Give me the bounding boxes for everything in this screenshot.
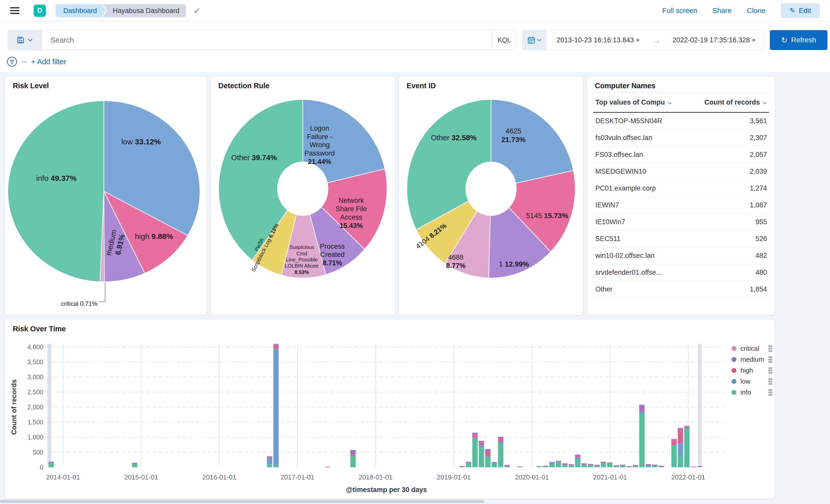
bar-segment-info[interactable] — [274, 466, 279, 467]
bar-segment-medium[interactable] — [601, 462, 606, 463]
bar-segment-low[interactable] — [646, 465, 651, 466]
clone-button[interactable]: Clone — [747, 7, 765, 15]
bar-segment-info[interactable] — [588, 465, 593, 467]
bar-segment-info[interactable] — [569, 465, 574, 467]
bar-segment-medium[interactable] — [581, 464, 587, 464]
bar-segment-medium[interactable] — [633, 465, 638, 466]
legend-item-info[interactable]: info — [732, 387, 772, 398]
legend-item-medium[interactable]: medium — [732, 354, 772, 365]
column-header-count[interactable]: Count of records — [690, 93, 769, 113]
pie-slice-info[interactable] — [8, 101, 104, 282]
bar-segment-info[interactable] — [491, 464, 497, 467]
saved-query-menu-button[interactable] — [8, 30, 42, 50]
bar-segment-info[interactable] — [614, 467, 619, 467]
table-row[interactable]: SEC511526 — [593, 230, 769, 247]
bar-segment-info[interactable] — [350, 456, 356, 467]
bar-segment-medium[interactable] — [556, 461, 561, 462]
bar-segment-medium[interactable] — [505, 465, 510, 466]
date-quick-menu-button[interactable] — [523, 30, 546, 50]
drag-handle-icon[interactable] — [769, 378, 772, 385]
bar-segment-medium[interactable] — [569, 464, 574, 465]
breadcrumb-dashboard[interactable]: Dashboard — [56, 4, 101, 17]
bar-segment-medium[interactable] — [588, 464, 593, 465]
bar-segment-info[interactable] — [639, 413, 644, 467]
bar-segment-high[interactable] — [575, 456, 580, 457]
bar-segment-medium[interactable] — [267, 456, 272, 457]
full-screen-button[interactable]: Full screen — [662, 7, 697, 15]
bar-segment-medium[interactable] — [350, 450, 356, 453]
bar-segment-medium[interactable] — [479, 441, 484, 443]
bar-segment-low[interactable] — [479, 445, 484, 448]
bar-segment-critical[interactable] — [49, 462, 54, 462]
bar-segment-critical[interactable] — [684, 426, 690, 427]
bar-segment-medium[interactable] — [472, 433, 478, 435]
bar-segment-medium[interactable] — [498, 437, 503, 439]
table-row[interactable]: IE10Win7955 — [593, 214, 769, 230]
share-button[interactable]: Share — [712, 7, 732, 15]
drag-handle-icon[interactable] — [769, 356, 772, 363]
bar-segment-low[interactable] — [678, 443, 683, 456]
bar-segment-low[interactable] — [601, 463, 606, 464]
bar-segment-info[interactable] — [620, 466, 626, 467]
drag-handle-icon[interactable] — [769, 367, 772, 374]
bar-segment-low[interactable] — [639, 411, 644, 413]
table-row[interactable]: DESKTOP-M5SN04R3,561 — [593, 113, 769, 130]
bar-segment-high[interactable] — [684, 428, 690, 428]
bar-segment-info[interactable] — [479, 448, 484, 468]
bar-segment-high[interactable] — [517, 467, 523, 467]
bar-segment-medium[interactable] — [49, 462, 54, 464]
bar-segment-info[interactable] — [581, 465, 587, 467]
drag-handle-icon[interactable] — [769, 345, 772, 352]
bar-segment-info[interactable] — [267, 465, 272, 467]
bar-segment-medium[interactable] — [620, 465, 626, 466]
bar-segment-info[interactable] — [472, 438, 478, 467]
bar-segment-medium[interactable] — [684, 426, 690, 428]
bar-segment-critical[interactable] — [678, 428, 683, 429]
table-row[interactable]: srvdefender01.offse...480 — [593, 264, 769, 281]
bar-segment-high[interactable] — [678, 430, 683, 443]
bar-segment-medium[interactable] — [543, 466, 548, 467]
bar-segment-info[interactable] — [633, 466, 638, 467]
bar-segment-medium[interactable] — [485, 449, 490, 451]
bar-segment-critical[interactable] — [132, 463, 137, 464]
bar-segment-critical[interactable] — [691, 467, 696, 467]
table-row[interactable]: MSEDGEWIN102,039 — [593, 163, 769, 180]
bar-segment-medium[interactable] — [594, 465, 600, 466]
bar-segment-medium[interactable] — [646, 464, 651, 465]
space-avatar[interactable]: D — [34, 5, 46, 17]
bar-segment-low[interactable] — [274, 349, 279, 466]
bar-segment-medium[interactable] — [575, 454, 580, 456]
bar-segment-medium[interactable] — [678, 428, 683, 430]
bar-segment-high[interactable] — [274, 345, 279, 349]
bar-segment-high[interactable] — [697, 466, 702, 467]
search-input[interactable] — [42, 36, 492, 44]
bar-segment-medium[interactable] — [639, 405, 644, 409]
bar-segment-medium[interactable] — [466, 462, 471, 463]
add-filter-button[interactable]: + Add filter — [31, 58, 66, 66]
bar-segment-info[interactable] — [646, 466, 651, 467]
bar-segment-info[interactable] — [498, 444, 503, 467]
drag-handle-icon[interactable] — [769, 389, 772, 396]
bar-segment-low[interactable] — [549, 463, 555, 465]
kql-language-button[interactable]: KQL — [492, 30, 516, 50]
table-row[interactable]: IEWIN71,087 — [593, 197, 769, 214]
bar-segment-medium[interactable] — [671, 439, 677, 440]
bar-segment-info[interactable] — [556, 462, 561, 467]
bar-segment-medium[interactable] — [274, 344, 279, 345]
bar-segment-info[interactable] — [601, 464, 606, 467]
bar-segment-high[interactable] — [659, 466, 664, 467]
bar-segment-medium[interactable] — [562, 464, 568, 464]
table-row[interactable]: PC01.example.corp1,274 — [593, 180, 769, 197]
bar-segment-critical[interactable] — [671, 439, 677, 439]
bar-segment-low[interactable] — [267, 458, 272, 465]
bar-segment-info[interactable] — [652, 466, 658, 467]
edit-button[interactable]: ✎ Edit — [781, 3, 820, 18]
bar-segment-info[interactable] — [678, 456, 683, 467]
bar-segment-low[interactable] — [575, 457, 580, 460]
bar-segment-high[interactable] — [562, 464, 568, 465]
bar-segment-medium[interactable] — [627, 466, 632, 467]
bar-segment-high[interactable] — [267, 457, 272, 458]
bar-segment-low[interactable] — [536, 466, 542, 467]
bar-segment-info[interactable] — [562, 465, 568, 467]
bar-segment-low[interactable] — [498, 442, 503, 444]
